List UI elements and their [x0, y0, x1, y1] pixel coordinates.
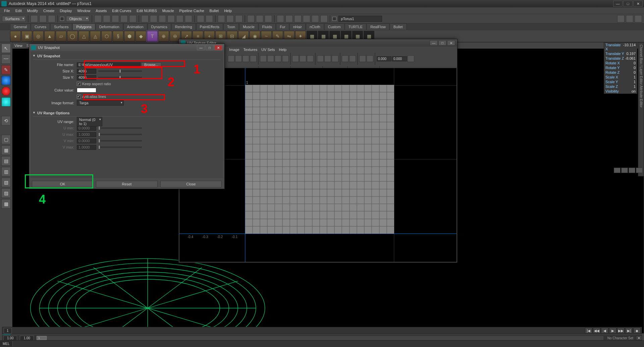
uv-snap-icon[interactable] — [349, 55, 356, 62]
menu-editcurves[interactable]: Edit Curves — [109, 9, 134, 13]
poly-pipe-icon[interactable]: ⬡ — [101, 31, 112, 42]
uv-v-field[interactable] — [392, 56, 407, 61]
render-icon[interactable] — [218, 15, 225, 22]
light-icon[interactable] — [256, 15, 263, 22]
uv-texture-icon[interactable] — [367, 55, 373, 62]
ok-button[interactable]: OK — [32, 181, 93, 187]
shelf-tab-deformation[interactable]: Deformation — [96, 23, 123, 30]
selection-mask-checkbox[interactable] — [60, 17, 64, 21]
poly-soccer-icon[interactable]: ⬢ — [124, 31, 135, 42]
shelf-tab-bullet[interactable]: Bullet — [390, 23, 407, 30]
shelf-tab-fluids[interactable]: Fluids — [259, 23, 276, 30]
sizey-input[interactable] — [77, 75, 96, 80]
layer-anim-icon[interactable] — [629, 168, 635, 173]
ch-sy-val[interactable]: 1 — [634, 80, 636, 84]
uv-layout-icon[interactable] — [317, 55, 324, 62]
layout-persp-icon[interactable]: ▤ — [1, 156, 11, 166]
combine-icon[interactable]: ⊕ — [158, 31, 169, 42]
ch-sz-val[interactable]: 1 — [634, 84, 636, 89]
shelf-tab-custom[interactable]: Custom — [324, 23, 344, 30]
time-slider[interactable]: 1 24 — [2, 327, 642, 334]
last-tool-icon[interactable]: ⟲ — [1, 116, 11, 125]
section-uvsnapshot[interactable]: UV Snapshot — [32, 53, 222, 59]
menuset-combo[interactable]: Surfaces — [2, 16, 26, 22]
play-back-icon[interactable]: ◀ — [601, 328, 608, 334]
mel-label[interactable]: MEL — [0, 341, 13, 346]
sidebar-toggle-1-icon[interactable] — [617, 15, 625, 22]
menu-file[interactable]: File — [1, 9, 13, 13]
rendernode-icon[interactable] — [265, 15, 272, 22]
uv-unfold-icon[interactable] — [324, 55, 331, 62]
shelf-tab-curves[interactable]: Curves — [31, 23, 50, 30]
reset-button[interactable]: Reset — [96, 181, 157, 187]
shelf-tab-polygons[interactable]: Polygons — [72, 23, 95, 30]
window-maximize-button[interactable]: □ — [623, 1, 633, 7]
menu-create[interactable]: Create — [41, 9, 57, 13]
uv-refresh-icon[interactable] — [408, 55, 414, 62]
layout-single-icon[interactable]: ▢ — [1, 135, 11, 144]
shelf-tab-painteffects[interactable]: PaintEffects — [196, 23, 223, 30]
shelf-tab-realflow[interactable]: RealFlow — [367, 23, 389, 30]
shelf-tab-nhair[interactable]: nHair — [289, 23, 306, 30]
poly-type-icon[interactable]: T — [147, 31, 158, 42]
ch-vis-val[interactable]: on — [632, 89, 636, 93]
ch-ty-val[interactable]: 0.197 — [626, 52, 636, 56]
sizex-slider[interactable] — [98, 70, 142, 72]
new-scene-icon[interactable] — [31, 15, 38, 22]
keep-aspect-checkbox[interactable] — [77, 82, 81, 86]
right-dock-tabs[interactable]: Channel Box / Layer Editor Attribute Edi… — [638, 42, 644, 176]
uv-max-button[interactable]: □ — [438, 40, 446, 46]
lasso-tool-icon[interactable]: 〰 — [1, 54, 11, 64]
uv-sel-uv-icon[interactable] — [275, 55, 281, 62]
poly-plane-icon[interactable]: ▱ — [56, 31, 66, 42]
shelf-tab-ncloth[interactable]: nCloth — [306, 23, 324, 30]
go-start-icon[interactable]: |◀ — [585, 328, 592, 334]
browse-button[interactable]: Browse... — [141, 62, 161, 67]
uvrange-combo[interactable]: Normal (0 to 1) — [77, 117, 102, 126]
shelf-tab-animation[interactable]: Animation — [123, 23, 147, 30]
scale-tool-icon[interactable] — [1, 97, 11, 107]
sizex-input[interactable] — [77, 69, 96, 74]
uv-dim-icon[interactable] — [359, 55, 366, 62]
hypershade-icon[interactable] — [247, 15, 255, 22]
uv-cut-icon[interactable] — [292, 55, 299, 62]
shelf-tab-muscle[interactable]: Muscle — [239, 23, 258, 30]
shelf-tab-dynamics[interactable]: Dynamics — [148, 23, 171, 30]
layout-outliner-icon[interactable]: ▥ — [1, 167, 11, 176]
close-button[interactable]: Close — [160, 181, 222, 187]
poly-platonic-icon[interactable]: ◆ — [136, 31, 146, 42]
layout3-icon[interactable] — [294, 15, 302, 22]
shelf-tab-fur[interactable]: Fur — [276, 23, 289, 30]
uv-grid-icon[interactable] — [342, 55, 348, 62]
section-uvrange[interactable]: UV Range Options — [32, 110, 222, 116]
layout-graph-icon[interactable]: ▨ — [1, 188, 11, 198]
shelf-tab-rendering[interactable]: Rendering — [171, 23, 196, 30]
filename-input[interactable] — [77, 62, 141, 67]
uv-sel-edge-icon[interactable] — [282, 55, 289, 62]
ch-tz-val[interactable]: -8.061 — [625, 56, 636, 60]
uv-rotate-cw-icon[interactable] — [250, 55, 257, 62]
menu-editnurbs[interactable]: Edit NURBS — [134, 9, 160, 13]
range-start[interactable]: 1.00 — [3, 336, 17, 341]
sel-curve-icon[interactable] — [112, 15, 119, 22]
menu-pipelinecache[interactable]: Pipeline Cache — [177, 9, 207, 13]
uv-relax-icon[interactable] — [332, 55, 338, 62]
absolute-checkbox[interactable] — [332, 17, 336, 21]
layout2-icon[interactable] — [285, 15, 293, 22]
poly-torus-icon[interactable]: ◯ — [67, 31, 78, 42]
selection-name-field[interactable] — [338, 16, 382, 22]
format-combo[interactable]: Targa — [77, 100, 124, 106]
step-back-icon[interactable]: ◀◀ — [593, 328, 600, 334]
sel-deform-icon[interactable] — [129, 15, 137, 22]
shelf-tab-surfaces[interactable]: Surfaces — [50, 23, 72, 30]
layout-four-icon[interactable]: ▦ — [1, 146, 11, 155]
shelf-tab-turtle[interactable]: TURTLE — [345, 23, 367, 30]
snap-live-icon[interactable] — [176, 15, 183, 22]
antialias-checkbox[interactable] — [77, 95, 81, 99]
autokey-icon[interactable]: ● — [636, 336, 642, 340]
ch-ry-val[interactable]: 0 — [634, 66, 636, 70]
paint-select-icon[interactable]: ✎ — [1, 65, 11, 74]
uv-menu-uvsets[interactable]: UV Sets — [261, 48, 275, 52]
poly-cone-icon[interactable]: ▲ — [44, 31, 55, 42]
menu-muscle[interactable]: Muscle — [160, 9, 177, 13]
